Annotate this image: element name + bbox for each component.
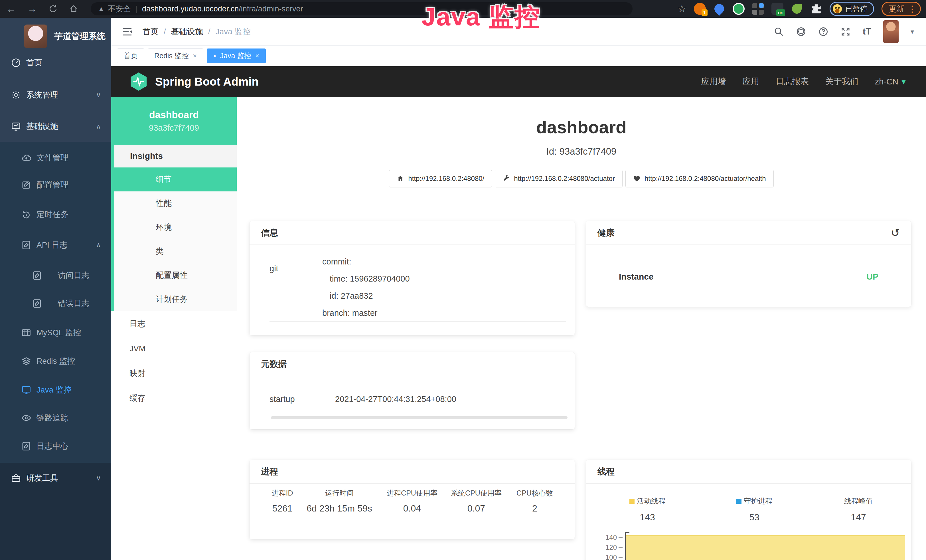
annotation-java-monitor: Java 监控 xyxy=(422,0,540,34)
health-card: 健康 ↺ Instance UP xyxy=(586,221,911,307)
sba-item-caches[interactable]: 缓存 xyxy=(111,386,237,410)
process-value-cpus: 2 xyxy=(509,503,560,514)
sidebar-item-infrastructure[interactable]: 基础设施 ∧ xyxy=(0,112,111,141)
sba-main: dashboard Id: 93a3fc7f7409 http://192.16… xyxy=(237,97,926,560)
tab-java-monitor[interactable]: ● Java 监控 × xyxy=(207,48,266,64)
sba-item-config-props[interactable]: 配置属性 xyxy=(114,263,237,287)
sidebar-item-api-logs[interactable]: API 日志 ∧ xyxy=(0,231,111,259)
sidebar-item-system[interactable]: 系统管理 ∨ xyxy=(0,81,111,109)
pin-extension-icon[interactable] xyxy=(713,2,726,16)
tab-redis-monitor[interactable]: Redis 监控 × xyxy=(148,48,203,64)
breadcrumb-section[interactable]: 基础设施 xyxy=(171,26,203,37)
breadcrumb-current: Java 监控 xyxy=(216,26,251,37)
sba-item-details[interactable]: 细节 xyxy=(114,168,237,191)
legend-value: 147 xyxy=(816,512,901,523)
header-actions: tT ▾ xyxy=(774,20,926,43)
close-icon[interactable]: × xyxy=(255,52,259,60)
sidebar-item-dev-tools[interactable]: 研发工具 ∨ xyxy=(0,464,111,492)
actuator-url-button[interactable]: http://192.168.0.2:48080/actuator xyxy=(495,170,623,188)
profile-chip[interactable]: 已暂停 xyxy=(830,2,874,16)
info-card-title: 信息 xyxy=(261,227,278,239)
info-line: id: 27aa832 xyxy=(322,287,410,304)
grid-extension-icon[interactable] xyxy=(752,3,764,15)
reload-icon[interactable] xyxy=(48,4,57,14)
y-tick-mark xyxy=(619,557,623,558)
process-card-title: 进程 xyxy=(261,466,278,478)
sba-item-mappings[interactable]: 映射 xyxy=(111,361,237,386)
sba-item-jvm[interactable]: JVM xyxy=(111,336,237,361)
threads-chart: 140 120 100 xyxy=(600,531,905,560)
update-browser-button[interactable]: 更新 ⋮ xyxy=(882,2,921,16)
y-tick-label: 140 xyxy=(600,533,617,542)
extensions-puzzle-icon[interactable] xyxy=(810,3,822,15)
health-url: http://192.168.0.2:48080/actuator/health xyxy=(645,175,766,183)
sba-locale-select[interactable]: zh-CN ▾ xyxy=(875,77,905,86)
sba-nav-applications[interactable]: 应用 xyxy=(743,76,759,87)
sidebar-item-redis-monitor[interactable]: Redis 监控 xyxy=(0,347,111,375)
tab-home[interactable]: 首页 xyxy=(117,48,144,64)
legend-live-threads: 活动线程 143 xyxy=(605,496,690,523)
log-document-icon xyxy=(21,240,31,250)
forward-icon[interactable]: → xyxy=(27,0,37,18)
sba-nav-about[interactable]: 关于我们 xyxy=(825,76,858,87)
sidebar-item-home[interactable]: 首页 xyxy=(0,48,111,77)
y-axis xyxy=(625,532,626,560)
health-card-title: 健康 xyxy=(598,227,614,239)
bookmark-star-icon[interactable]: ☆ xyxy=(677,3,687,15)
sba-item-metrics[interactable]: 性能 xyxy=(114,191,237,215)
fullscreen-icon[interactable] xyxy=(840,27,851,37)
sidebar-item-tracing[interactable]: 链路追踪 xyxy=(0,404,111,432)
sba-item-logs[interactable]: 日志 xyxy=(111,311,237,336)
sba-item-environment[interactable]: 环境 xyxy=(114,215,237,239)
sba-item-classes[interactable]: 类 xyxy=(114,239,237,263)
spring-boot-admin-logo-icon xyxy=(130,71,148,92)
switch-extension-icon[interactable]: on xyxy=(772,3,784,15)
sidebar-item-error-logs[interactable]: 错误日志 xyxy=(0,289,111,318)
history-icon[interactable]: ↺ xyxy=(891,227,900,238)
sidebar-toggle-icon[interactable] xyxy=(121,26,133,37)
tab-label: Java 监控 xyxy=(220,51,251,61)
legend-label: 守护进程 xyxy=(744,496,772,506)
sidebar-item-mysql-monitor[interactable]: MySQL 监控 xyxy=(0,318,111,347)
row-divider xyxy=(269,321,566,322)
health-url-button[interactable]: http://192.168.0.2:48080/actuator/health xyxy=(625,170,774,188)
extension-icon[interactable]: 1 xyxy=(694,3,706,15)
breadcrumb-home[interactable]: 首页 xyxy=(142,26,159,37)
cloud-upload-icon xyxy=(21,153,31,163)
green-extension-icon[interactable] xyxy=(732,3,744,15)
sba-nav-wallboard[interactable]: 应用墙 xyxy=(701,76,726,87)
sba-navbar: Spring Boot Admin 应用墙 应用 日志报表 关于我们 zh-CN… xyxy=(111,66,926,97)
back-icon[interactable]: ← xyxy=(6,0,16,18)
info-value: commit: time: 1596289704000 id: 27aa832 … xyxy=(322,253,410,321)
scrollbar-track[interactable] xyxy=(271,416,567,419)
service-url-button[interactable]: http://192.168.0.2:48080/ xyxy=(389,170,492,188)
search-icon[interactable] xyxy=(774,27,784,37)
heartbeat-icon xyxy=(633,175,640,182)
font-size-icon[interactable]: tT xyxy=(863,26,871,37)
health-instance-label[interactable]: Instance xyxy=(619,272,654,282)
sidebar-item-java-monitor[interactable]: Java 监控 xyxy=(0,376,111,404)
sidebar-item-log-center[interactable]: 日志中心 xyxy=(0,432,111,460)
sba-nav-journal[interactable]: 日志报表 xyxy=(776,76,809,87)
instance-header[interactable]: dashboard 93a3fc7f7409 xyxy=(111,97,237,145)
legend-label: 线程峰值 xyxy=(844,496,873,506)
home-icon[interactable] xyxy=(69,4,78,14)
y-tick-label: 100 xyxy=(600,554,617,560)
insights-group-label[interactable]: Insights xyxy=(114,145,237,168)
sidebar-item-file-management[interactable]: 文件管理 xyxy=(0,144,111,172)
close-icon[interactable]: × xyxy=(193,52,197,60)
address-bar[interactable]: ▲ 不安全 | dashboard.yudao.iocoder.cn/infra… xyxy=(91,2,632,15)
sba-item-scheduled[interactable]: 计划任务 xyxy=(114,287,237,311)
help-icon[interactable] xyxy=(818,27,828,37)
sidebar-item-config-management[interactable]: 配置管理 xyxy=(0,171,111,199)
sidebar-item-scheduled-tasks[interactable]: 定时任务 xyxy=(0,200,111,229)
user-avatar[interactable] xyxy=(883,20,899,43)
browser-menu-icon[interactable]: ⋮ xyxy=(908,4,917,14)
sidebar-item-access-logs[interactable]: 访问日志 xyxy=(0,261,111,290)
github-icon[interactable] xyxy=(796,27,806,37)
sba-brand[interactable]: Spring Boot Admin xyxy=(130,71,259,92)
leaf-extension-icon[interactable] xyxy=(792,4,802,14)
legend-peak-threads: 线程峰值 147 xyxy=(816,496,901,523)
metadata-card-header: 元数据 xyxy=(250,352,575,376)
avatar-caret-icon[interactable]: ▾ xyxy=(911,28,914,36)
